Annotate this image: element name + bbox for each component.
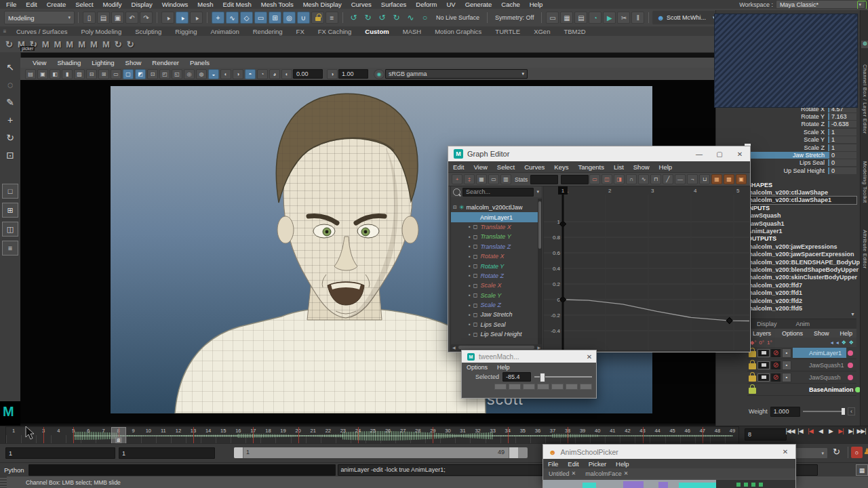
layer-weight-field[interactable]: 1.000 bbox=[770, 407, 800, 417]
four-pane-layout-icon[interactable]: ⊞ bbox=[2, 203, 18, 218]
shelf-tab[interactable]: XGen bbox=[527, 28, 557, 35]
picker-titlebar[interactable]: ☻ AnimSchoolPicker ✕ bbox=[543, 445, 795, 459]
clamped-tangent-icon[interactable]: ⊓ bbox=[650, 174, 661, 184]
new-scene-icon[interactable]: ▯ bbox=[83, 12, 96, 24]
anim-layer-row[interactable]: ⊘ • BaseAnimation bbox=[747, 384, 856, 396]
node-row[interactable]: malcolm_v200:ffd2 bbox=[747, 297, 856, 304]
select-component-icon[interactable]: ▲ bbox=[190, 12, 203, 24]
channel-value-field[interactable]: 1 bbox=[828, 144, 856, 151]
mute-channel-icon[interactable]: ▪ bbox=[469, 253, 471, 260]
layer-weight-icon[interactable]: • bbox=[782, 361, 791, 370]
shelf-mel-script-icon[interactable]: M bbox=[78, 39, 85, 49]
history-on-icon[interactable]: ↻ bbox=[361, 12, 374, 24]
tree-scrollbar[interactable] bbox=[538, 199, 542, 345]
move-layer-up-icon[interactable]: ◂ bbox=[831, 340, 833, 346]
graph-channel-row[interactable]: ▪ ◻ Jaw Stretch bbox=[451, 310, 542, 319]
lattice-deform-keys-icon[interactable]: ▦ bbox=[476, 174, 487, 184]
help-line-grip[interactable] bbox=[0, 476, 7, 488]
tween-step-button[interactable] bbox=[537, 384, 549, 390]
shelf-mel-script-icon[interactable]: M bbox=[102, 39, 110, 49]
node-row[interactable]: OUTPUTS bbox=[747, 235, 856, 243]
two-pane-layout-icon[interactable]: ◫ bbox=[2, 222, 18, 237]
panel-menu-item[interactable]: Shading bbox=[52, 59, 86, 66]
layer-lock-icon[interactable] bbox=[749, 388, 756, 394]
panel-menu-item[interactable]: Show bbox=[120, 59, 147, 66]
panel-menu-item[interactable]: Lighting bbox=[86, 59, 119, 66]
menu-item[interactable]: Modify bbox=[98, 1, 127, 8]
shelf-tab[interactable]: MASH bbox=[396, 28, 428, 35]
snap-view-icon[interactable]: ⊞ bbox=[269, 12, 281, 24]
graph-channel-row[interactable]: ▪ ◻ Scale X bbox=[451, 281, 542, 290]
insert-keys-icon[interactable]: ‡ bbox=[464, 174, 475, 184]
cut-icon[interactable]: ✂ bbox=[617, 12, 630, 24]
retime-keys-icon[interactable]: ▥ bbox=[500, 174, 511, 184]
collapse-icon[interactable]: ⊟ bbox=[453, 205, 457, 210]
channel-value-field[interactable]: 0 bbox=[828, 159, 856, 166]
ipr-render-icon[interactable]: ▤ bbox=[574, 12, 587, 24]
close-button[interactable]: ✕ bbox=[583, 353, 596, 361]
mute-channel-icon[interactable]: ▪ bbox=[469, 243, 471, 249]
snap-center-icon[interactable]: ◎ bbox=[283, 12, 296, 24]
mute-channel-icon[interactable]: ▪ bbox=[469, 312, 471, 318]
graph-channel-row[interactable]: ▪ ◻ Rotate Z bbox=[451, 271, 542, 281]
node-row[interactable]: SHAPES bbox=[747, 181, 856, 188]
step-forward-key-button[interactable]: ▶| bbox=[836, 428, 846, 434]
menu-item[interactable]: Mesh bbox=[193, 1, 218, 8]
shelf-mel-script-icon[interactable]: M bbox=[90, 39, 98, 49]
layer-menu-item[interactable]: Show bbox=[808, 330, 835, 337]
menu-item[interactable]: Create bbox=[42, 1, 71, 8]
graph-channel-row[interactable]: ▪ ◻ Translate X bbox=[451, 222, 542, 232]
motion-blur-icon[interactable]: ◔ bbox=[257, 69, 268, 79]
menu-item[interactable]: Select bbox=[71, 1, 98, 8]
menu-item[interactable]: Edit Mesh bbox=[218, 1, 256, 8]
graph-editor-menu-item[interactable]: Keys bbox=[549, 163, 573, 171]
layer-state-dot[interactable] bbox=[848, 363, 853, 368]
frame-playback-icon[interactable]: ◫ bbox=[601, 174, 612, 184]
gamma-field[interactable]: 1.00 bbox=[338, 69, 368, 79]
pan-zoom-icon[interactable]: ⊟ bbox=[86, 69, 97, 79]
picker-tab[interactable]: malcolmFace✕ bbox=[585, 470, 628, 477]
command-language-toggle[interactable]: Python bbox=[0, 466, 28, 474]
menu-item[interactable]: Windows bbox=[157, 1, 193, 8]
safe-action-icon[interactable]: ◰ bbox=[159, 69, 170, 79]
search-filter-dropdown[interactable]: ▾ bbox=[534, 189, 542, 195]
channel-value-field[interactable]: 0 bbox=[828, 167, 856, 174]
shelf-menu-icon[interactable]: ≡ bbox=[0, 28, 9, 35]
anim-layer-tree-row[interactable]: AnimLayer1 bbox=[451, 212, 542, 222]
play-backwards-button[interactable]: ◀ bbox=[816, 428, 825, 434]
history-surface-icon[interactable]: ↻ bbox=[390, 12, 403, 24]
anim-start-field[interactable]: 1 bbox=[5, 447, 115, 459]
layer-mute-icon[interactable] bbox=[757, 361, 770, 369]
exposure-field[interactable]: 0.00 bbox=[293, 69, 323, 79]
layer-menu-item[interactable]: Layers bbox=[747, 330, 776, 337]
lock-camera-icon[interactable]: ▣ bbox=[37, 69, 48, 79]
tween-step-button[interactable] bbox=[523, 384, 535, 390]
step-back-frame-button[interactable]: |◀ bbox=[795, 428, 805, 434]
move-tool-icon[interactable]: + bbox=[7, 115, 13, 125]
open-scene-icon[interactable]: ▤ bbox=[97, 12, 110, 24]
dof-icon[interactable]: ◕ bbox=[269, 69, 280, 79]
single-pane-layout-icon[interactable]: □ bbox=[2, 184, 18, 199]
menu-item[interactable]: Generate bbox=[460, 1, 497, 8]
layer-solo-icon[interactable]: ⊘ bbox=[771, 349, 781, 357]
picker-menu-item[interactable]: File bbox=[543, 460, 563, 468]
mute-channel-icon[interactable]: ▪ bbox=[469, 292, 471, 298]
user-account-menu[interactable]: ☻ Scott McWhi...▾ bbox=[652, 11, 719, 24]
graph-editor-menu-item[interactable]: List bbox=[609, 163, 629, 171]
graph-editor-menu-item[interactable]: Show bbox=[629, 163, 654, 171]
node-row[interactable]: malcolm_v200:BLENDSHAPE_BodyUpp... bbox=[747, 258, 856, 266]
select-object-icon[interactable]: ▲ bbox=[176, 12, 189, 24]
shelf-tab[interactable]: Motion Graphics bbox=[428, 28, 488, 35]
shelf-tab[interactable]: FX Caching bbox=[311, 28, 359, 35]
ssao-icon[interactable]: ◓ bbox=[245, 69, 256, 79]
swap-buffer-icon[interactable]: ▩ bbox=[724, 174, 734, 184]
tween-slider[interactable] bbox=[534, 376, 592, 378]
shelf-tab[interactable]: Poly Modeling bbox=[75, 28, 129, 35]
weight-collapse-button[interactable]: ‹ bbox=[848, 407, 855, 415]
buffer-snapshot-icon[interactable]: ▦ bbox=[711, 174, 722, 184]
empty-layer-icon[interactable]: ❖ bbox=[842, 340, 846, 346]
shelf-tab[interactable]: FX bbox=[290, 28, 311, 35]
mute-channel-icon[interactable]: ▪ bbox=[469, 234, 471, 240]
save-scene-icon[interactable]: ▣ bbox=[111, 12, 124, 24]
select-hierarchy-icon[interactable]: ▲ bbox=[161, 12, 174, 24]
